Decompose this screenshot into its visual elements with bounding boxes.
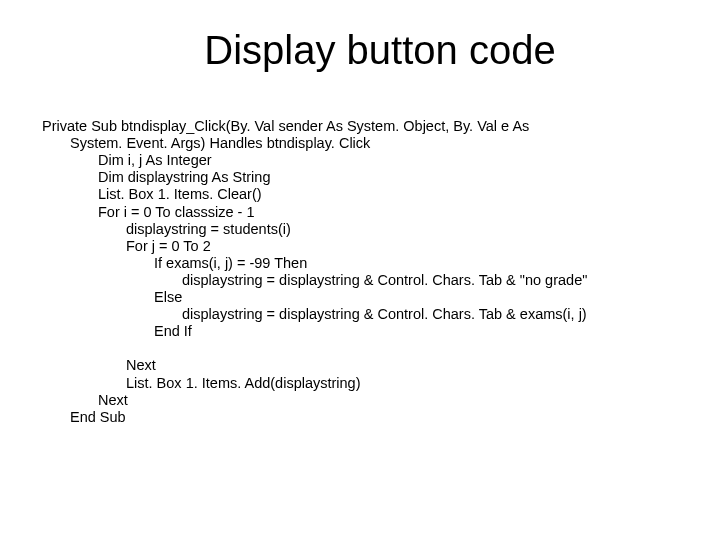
slide: Display button code Private Sub btndispl… xyxy=(0,0,720,540)
code-line: Dim displaystring As String xyxy=(42,169,680,186)
code-line: System. Event. Args) Handles btndisplay.… xyxy=(42,135,680,152)
code-line: displaystring = displaystring & Control.… xyxy=(42,306,680,323)
code-line: Next xyxy=(42,392,680,409)
code-line: For j = 0 To 2 xyxy=(42,238,680,255)
blank-line xyxy=(42,340,680,357)
code-line: End Sub xyxy=(42,409,680,426)
code-line: List. Box 1. Items. Clear() xyxy=(42,186,680,203)
code-line: Next xyxy=(42,357,680,374)
code-line: Else xyxy=(42,289,680,306)
code-line: displaystring = students(i) xyxy=(42,221,680,238)
slide-title: Display button code xyxy=(0,0,720,73)
code-line: displaystring = displaystring & Control.… xyxy=(42,272,680,289)
code-line: For i = 0 To classsize - 1 xyxy=(42,204,680,221)
code-line: End If xyxy=(42,323,680,340)
code-block: Private Sub btndisplay_Click(By. Val sen… xyxy=(42,118,680,426)
code-line: If exams(i, j) = -99 Then xyxy=(42,255,680,272)
code-line: Private Sub btndisplay_Click(By. Val sen… xyxy=(42,118,680,135)
code-line: Dim i, j As Integer xyxy=(42,152,680,169)
code-line: List. Box 1. Items. Add(displaystring) xyxy=(42,375,680,392)
